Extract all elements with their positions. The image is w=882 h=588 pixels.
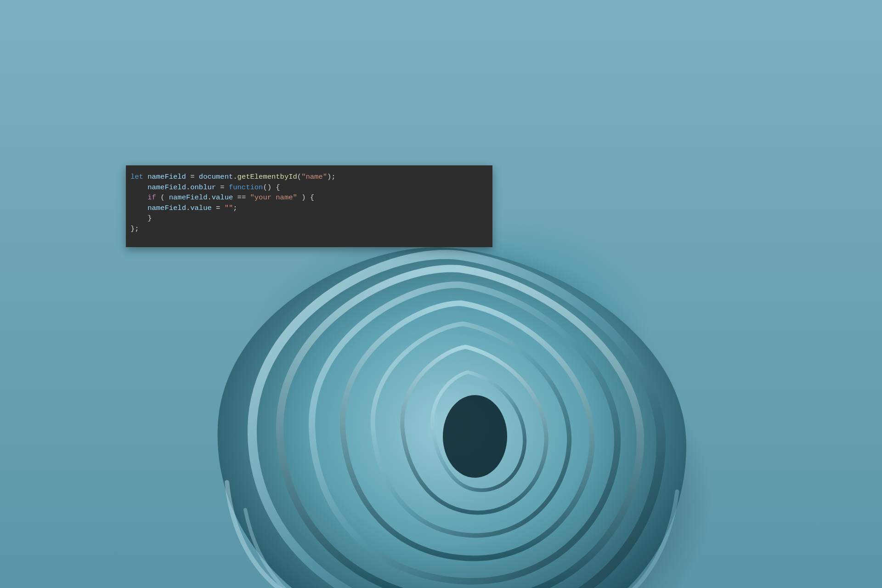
punct-semi: ; bbox=[233, 204, 237, 212]
punct-dot: . bbox=[186, 204, 190, 212]
keyword-function: function bbox=[229, 183, 263, 192]
string-your-name: "your name" bbox=[250, 193, 297, 202]
indent bbox=[130, 214, 147, 222]
operator-equals: = bbox=[216, 183, 229, 192]
method-getElementById: getElementbyId bbox=[237, 173, 297, 181]
property-value: value bbox=[190, 204, 212, 212]
desktop-wallpaper bbox=[0, 0, 882, 588]
keyword-if: if bbox=[147, 193, 156, 202]
punct-rbrace: } bbox=[147, 214, 152, 222]
code-editor-panel: let nameField = document.getElementbyId(… bbox=[126, 165, 492, 247]
punct-dot: . bbox=[207, 193, 211, 202]
svg-point-0 bbox=[443, 395, 507, 478]
code-line: let nameField = document.getElementbyId(… bbox=[130, 173, 336, 181]
indent bbox=[130, 204, 147, 212]
punct-parens-brace: () { bbox=[263, 183, 280, 192]
code-line: nameField.value = ""; bbox=[130, 204, 237, 212]
operator-equals-equals: == bbox=[233, 193, 250, 202]
identifier-nameField: nameField bbox=[169, 193, 208, 202]
punct-rparen-brace: ) { bbox=[297, 193, 314, 202]
punct-dot: . bbox=[233, 173, 237, 181]
code-line: } bbox=[130, 214, 152, 222]
keyword-let: let bbox=[130, 173, 143, 181]
punct-dot: . bbox=[186, 183, 190, 192]
code-line: if ( nameField.value == "your name" ) { bbox=[130, 193, 314, 202]
property-value: value bbox=[212, 193, 233, 202]
punct-rbrace-semi: }; bbox=[130, 225, 139, 233]
identifier-nameField: nameField bbox=[147, 183, 186, 192]
indent bbox=[130, 183, 147, 192]
code-line: }; bbox=[130, 225, 139, 233]
operator-equals: = bbox=[212, 204, 225, 212]
indent bbox=[130, 193, 147, 202]
bloom-graphic bbox=[176, 188, 728, 588]
identifier-nameField: nameField bbox=[147, 204, 186, 212]
operator-equals: = bbox=[190, 173, 199, 181]
property-onblur: onblur bbox=[190, 183, 216, 192]
punct-rparen-semi: ); bbox=[327, 173, 336, 181]
punct-lparen: ( bbox=[156, 193, 169, 202]
identifier-nameField: nameField bbox=[143, 173, 190, 181]
string-empty: "" bbox=[225, 204, 233, 212]
string-name: "name" bbox=[301, 173, 327, 181]
code-line: nameField.onblur = function() { bbox=[130, 183, 280, 192]
identifier-document: document bbox=[199, 173, 233, 181]
punct-lparen: ( bbox=[297, 173, 301, 181]
